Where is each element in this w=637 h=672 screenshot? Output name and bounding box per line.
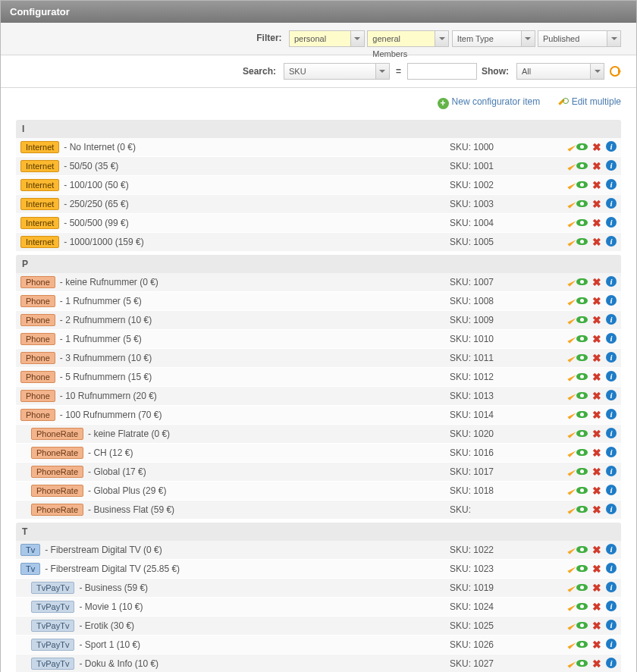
delete-icon[interactable]: ✖ [591, 295, 603, 307]
info-icon[interactable]: i [606, 141, 617, 152]
info-icon[interactable]: i [606, 314, 617, 325]
edit-icon[interactable] [567, 316, 576, 324]
delete-icon[interactable]: ✖ [591, 428, 603, 440]
list-item[interactable]: Phone - 5 Rufnummern (15 €)SKU: 1012✖i [16, 368, 621, 387]
delete-icon[interactable]: ✖ [591, 620, 603, 632]
list-item[interactable]: Phone - 1 Rufnummer (5 €)SKU: 1010✖i [16, 330, 621, 349]
edit-icon[interactable] [567, 564, 576, 573]
list-item[interactable]: Internet - No Internet (0 €)SKU: 1000✖i [16, 138, 621, 157]
info-icon[interactable]: i [606, 563, 617, 573]
delete-icon[interactable]: ✖ [591, 276, 603, 288]
list-item[interactable]: Phone - 100 Rufnummern (70 €)SKU: 1014✖i [16, 406, 621, 425]
list-item[interactable]: Tv - Fiberstream Digital TV (0 €)SKU: 10… [16, 541, 621, 560]
list-item[interactable]: Internet - 1000/1000 (159 €)SKU: 1005✖i [16, 233, 621, 252]
delete-icon[interactable]: ✖ [591, 371, 603, 383]
visibility-icon[interactable] [576, 143, 588, 150]
info-icon[interactable]: i [606, 447, 617, 457]
list-item[interactable]: Internet - 500/500 (99 €)SKU: 1004✖i [16, 214, 621, 233]
info-icon[interactable]: i [606, 236, 617, 247]
edit-icon[interactable] [567, 199, 576, 208]
info-icon[interactable]: i [606, 582, 617, 592]
visibility-icon[interactable] [576, 411, 588, 418]
visibility-icon[interactable] [576, 392, 588, 399]
edit-icon[interactable] [567, 429, 576, 438]
list-item[interactable]: TvPayTv - Erotik (30 €)SKU: 1025✖i [16, 617, 621, 636]
list-item[interactable]: PhoneRate - Business Flat (59 €)SKU: ✖i [16, 501, 621, 520]
delete-icon[interactable]: ✖ [591, 141, 603, 153]
delete-icon[interactable]: ✖ [591, 160, 603, 172]
edit-icon[interactable] [567, 391, 576, 400]
visibility-icon[interactable] [576, 238, 588, 245]
visibility-icon[interactable] [576, 584, 588, 591]
new-item-link[interactable]: +New configurator item [438, 96, 541, 107]
visibility-icon[interactable] [576, 603, 588, 610]
filter-item-type-select[interactable]: Item Type [452, 30, 535, 47]
visibility-icon[interactable] [576, 200, 588, 207]
edit-icon[interactable] [567, 162, 576, 170]
info-icon[interactable]: i [606, 504, 617, 514]
visibility-icon[interactable] [576, 181, 588, 188]
edit-icon[interactable] [567, 218, 576, 227]
list-item[interactable]: Internet - 50/50 (35 €)SKU: 1001✖i [16, 157, 621, 176]
delete-icon[interactable]: ✖ [591, 582, 603, 594]
filter-personal-select[interactable]: personal [289, 30, 365, 47]
filter-published-select[interactable]: Published [538, 30, 621, 47]
edit-icon[interactable] [567, 353, 576, 362]
list-item[interactable]: Tv - Fiberstream Digital TV (25.85 €)SKU… [16, 560, 621, 579]
delete-icon[interactable]: ✖ [591, 198, 603, 210]
info-icon[interactable]: i [606, 198, 617, 209]
edit-icon[interactable] [567, 410, 576, 419]
visibility-icon[interactable] [576, 335, 588, 342]
edit-icon[interactable] [567, 297, 576, 305]
edit-multiple-link[interactable]: Edit multiple [558, 96, 621, 107]
list-item[interactable]: Internet - 250/250 (65 €)SKU: 1003✖i [16, 195, 621, 214]
edit-icon[interactable] [567, 621, 576, 630]
info-icon[interactable]: i [606, 601, 617, 611]
list-item[interactable]: TvPayTv - Sport 1 (10 €)SKU: 1026✖i [16, 636, 621, 655]
info-icon[interactable]: i [606, 179, 617, 190]
edit-icon[interactable] [567, 372, 576, 381]
delete-icon[interactable]: ✖ [591, 179, 603, 191]
delete-icon[interactable]: ✖ [591, 504, 603, 516]
info-icon[interactable]: i [606, 333, 617, 344]
visibility-icon[interactable] [576, 430, 588, 437]
show-select[interactable]: All [516, 63, 604, 80]
info-icon[interactable]: i [606, 217, 617, 228]
list-item[interactable]: TvPayTv - Doku & Info (10 €)SKU: 1027✖i [16, 655, 621, 672]
visibility-icon[interactable] [576, 278, 588, 285]
delete-icon[interactable]: ✖ [591, 447, 603, 459]
visibility-icon[interactable] [576, 641, 588, 648]
list-item[interactable]: Internet - 100/100 (50 €)SKU: 1002✖i [16, 176, 621, 195]
visibility-icon[interactable] [576, 373, 588, 380]
delete-icon[interactable]: ✖ [591, 485, 603, 497]
edit-icon[interactable] [567, 237, 576, 246]
info-icon[interactable]: i [606, 352, 617, 363]
info-icon[interactable]: i [606, 371, 617, 382]
delete-icon[interactable]: ✖ [591, 601, 603, 613]
delete-icon[interactable]: ✖ [591, 639, 603, 651]
refresh-button[interactable] [609, 65, 621, 77]
info-icon[interactable]: i [606, 390, 617, 400]
delete-icon[interactable]: ✖ [591, 333, 603, 345]
search-input[interactable] [407, 63, 477, 80]
edit-icon[interactable] [567, 486, 576, 495]
list-item[interactable]: PhoneRate - keine Flatrate (0 €)SKU: 102… [16, 425, 621, 444]
delete-icon[interactable]: ✖ [591, 390, 603, 402]
edit-icon[interactable] [567, 278, 576, 286]
visibility-icon[interactable] [576, 546, 588, 553]
info-icon[interactable]: i [606, 639, 617, 649]
edit-icon[interactable] [567, 640, 576, 648]
info-icon[interactable]: i [606, 544, 617, 554]
list-item[interactable]: Phone - 3 Rufnummern (10 €)SKU: 1011✖i [16, 349, 621, 368]
edit-icon[interactable] [567, 545, 576, 554]
info-icon[interactable]: i [606, 466, 617, 476]
delete-icon[interactable]: ✖ [591, 217, 603, 229]
info-icon[interactable]: i [606, 485, 617, 495]
visibility-icon[interactable] [576, 622, 588, 629]
info-icon[interactable]: i [606, 160, 617, 171]
delete-icon[interactable]: ✖ [591, 544, 603, 556]
edit-icon[interactable] [567, 583, 576, 592]
visibility-icon[interactable] [576, 449, 588, 456]
delete-icon[interactable]: ✖ [591, 314, 603, 326]
list-item[interactable]: TvPayTv - Movie 1 (10 €)SKU: 1024✖i [16, 598, 621, 617]
